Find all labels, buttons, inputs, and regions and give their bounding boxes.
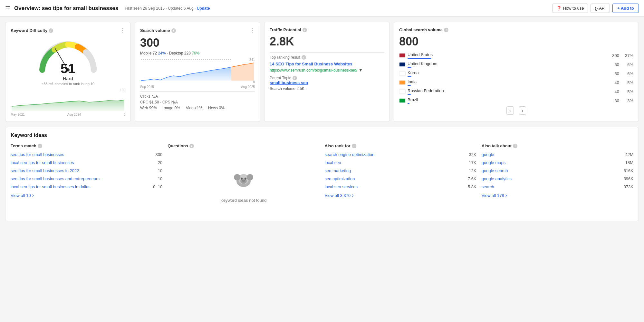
list-item: local seo tips for small businesses20 <box>11 160 162 165</box>
gsv-country-val: 30 <box>615 98 619 103</box>
header-actions: ❓ How to use {} API + Add to <box>552 4 639 13</box>
also-talk-about-link[interactable]: google maps <box>482 160 623 165</box>
kd-label: Hard <box>42 76 94 81</box>
chart-date-end: Aug 2025 <box>241 85 255 89</box>
terms-match-link[interactable]: seo tips for small businesses in 2022 <box>11 168 155 173</box>
list-item: seo optimization7.6K <box>325 176 476 181</box>
sv-info-icon[interactable]: i <box>171 28 176 33</box>
questions-info[interactable]: i <box>189 144 194 148</box>
tp-parent-topic-link[interactable]: small business seo <box>270 80 308 85</box>
gsv-country-val: 40 <box>615 80 619 85</box>
also-rank-for-col: Also rank for i search engine optimizati… <box>325 143 476 216</box>
also-talk-about-view-all[interactable]: View all 178 › <box>482 192 633 198</box>
traffic-potential-card: Traffic Potential i 2.8K Top ranking res… <box>264 22 390 122</box>
header-meta: First seen 26 Sep 2015 · Updated 6 Aug ·… <box>125 6 210 11</box>
also-rank-for-view-all[interactable]: View all 3,370 › <box>325 192 476 198</box>
tp-value: 2.8K <box>270 35 384 48</box>
gsv-country-row: United Kingdom506% <box>399 61 633 68</box>
gsv-bar <box>408 103 409 104</box>
gsv-card-header: Global search volume i <box>399 27 633 32</box>
empty-koala-icon <box>231 165 256 195</box>
list-item: local seo services5.8K <box>325 184 476 189</box>
terms-match-val: 0–10 <box>153 184 162 189</box>
kd-info-icon[interactable]: i <box>49 28 53 33</box>
tp-search-volume: Search volume 2.5K <box>270 86 384 91</box>
sv-desktop-label: Desktop 228 <box>169 51 190 55</box>
also-rank-for-info[interactable]: i <box>352 144 356 148</box>
terms-match-link[interactable]: seo tips for small businesses and entrep… <box>11 176 155 181</box>
kd-card-header: Keyword Difficulty i ⋮ <box>11 27 125 34</box>
also-talk-about-col: Also talk about i google42Mgoogle maps18… <box>482 143 633 216</box>
tp-parent-info[interactable]: i <box>293 76 297 80</box>
list-item: google search516K <box>482 168 633 173</box>
terms-match-link[interactable]: local seo tips for small businesses in d… <box>11 184 150 189</box>
gsv-country-pct: 6% <box>624 71 633 76</box>
update-link[interactable]: Update <box>197 6 210 11</box>
gsv-bar <box>408 94 411 95</box>
sv-types-row: Web 99% · Image 0% · Video 1% · News 0% <box>140 106 255 110</box>
sv-dots-menu[interactable]: ⋮ <box>250 27 255 34</box>
gsv-next-button[interactable]: › <box>519 106 526 115</box>
also-rank-for-link[interactable]: local seo <box>325 160 466 165</box>
sv-mobile-pct: 24% <box>158 51 166 55</box>
gsv-country-row: Brazil303% <box>399 97 633 104</box>
gsv-info-icon[interactable]: i <box>444 28 448 32</box>
also-talk-about-link[interactable]: google analytics <box>482 176 621 181</box>
also-talk-about-arrow: › <box>505 192 507 198</box>
also-talk-about-link[interactable]: google search <box>482 168 621 173</box>
svg-point-11 <box>241 178 243 180</box>
also-talk-about-info[interactable]: i <box>513 144 517 148</box>
tp-top-ranking-info[interactable]: i <box>302 55 306 60</box>
sv-breakdown: Mobile 72 24% · Desktop 228 76% <box>140 51 255 55</box>
gsv-country-name: United States <box>408 52 610 57</box>
gsv-bar <box>408 85 411 86</box>
gsv-country-row: United States30037% <box>399 52 633 59</box>
how-to-use-button[interactable]: ❓ How to use <box>552 4 588 13</box>
also-rank-for-title: Also rank for i <box>325 143 476 148</box>
terms-match-view-all[interactable]: View all 10 › <box>11 192 162 198</box>
sv-clicks-row: Clicks N/A <box>140 94 255 99</box>
also-rank-for-link[interactable]: local seo services <box>325 184 466 189</box>
add-to-button[interactable]: + Add to <box>612 4 639 13</box>
terms-match-val: 10 <box>158 176 162 181</box>
also-rank-for-val: 5.8K <box>468 184 476 189</box>
svg-marker-5 <box>231 63 254 81</box>
menu-icon[interactable]: ☰ <box>5 5 10 12</box>
gsv-prev-button[interactable]: ‹ <box>506 106 514 115</box>
also-rank-for-link[interactable]: seo marketing <box>325 168 466 173</box>
sparkline-start-date: May 2021 <box>11 113 25 116</box>
list-item: seo tips for small businesses in 202210 <box>11 168 162 173</box>
header: ☰ Overview: seo tips for small businesse… <box>0 0 644 17</box>
terms-match-title: Terms match i <box>11 143 162 148</box>
list-item: seo tips for small businesses and entrep… <box>11 176 162 181</box>
sv-desktop-pct: 76% <box>192 51 199 55</box>
sv-value: 300 <box>140 36 255 50</box>
tp-url-dropdown[interactable]: ▼ <box>359 68 363 73</box>
tp-top-ranking-label: Top ranking result i <box>270 55 384 60</box>
also-talk-about-link[interactable]: google <box>482 152 623 157</box>
terms-match-link[interactable]: local seo tips for small businesses <box>11 160 155 165</box>
also-rank-for-link[interactable]: search engine optimization <box>325 152 466 157</box>
list-item: seo tips for small businesses300 <box>11 152 162 157</box>
question-icon: ❓ <box>556 6 562 11</box>
questions-empty-state: Keyword ideas not found <box>168 152 319 216</box>
also-rank-for-link[interactable]: seo optimization <box>325 176 466 181</box>
kd-dots-menu[interactable]: ⋮ <box>120 27 125 34</box>
gsv-country-name: Korea <box>408 70 613 75</box>
gsv-bar <box>408 58 431 59</box>
svg-point-9 <box>247 174 253 181</box>
tp-top-ranking-link[interactable]: 14 SEO Tips for Small Business Websites <box>270 62 352 66</box>
terms-match-arrow: › <box>32 192 34 198</box>
terms-match-link[interactable]: seo tips for small businesses <box>11 152 153 157</box>
also-talk-about-link[interactable]: search <box>482 184 621 189</box>
gsv-country-name: United Kingdom <box>408 61 613 66</box>
list-item: google42M <box>482 152 633 157</box>
kd-title: Keyword Difficulty i <box>11 28 53 33</box>
api-button[interactable]: {} API <box>591 4 610 13</box>
gsv-country-pct: 37% <box>624 53 633 58</box>
terms-match-info[interactable]: i <box>38 144 42 148</box>
also-talk-about-val: 18M <box>625 160 633 165</box>
tp-ranking-url[interactable]: https://www.semrush.com/blog/small-busin… <box>270 68 357 73</box>
gsv-country-pct: 3% <box>624 98 633 103</box>
tp-info-icon[interactable]: i <box>303 28 307 32</box>
